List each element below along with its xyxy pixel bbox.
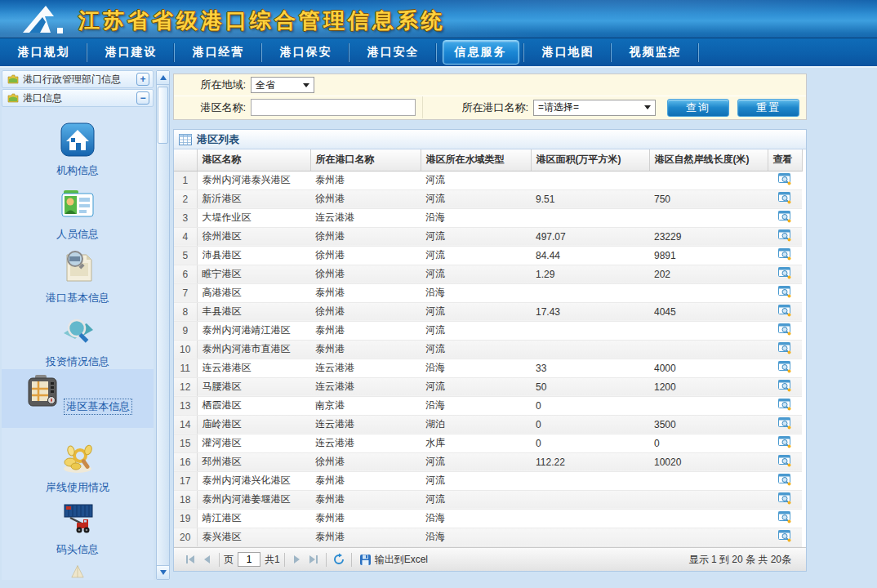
data-grid: 港区名称 所在港口名称 港区所在水域类型 港区面积(万平方米) 港区自然岸线长度… <box>174 149 806 547</box>
view-detail-icon[interactable] <box>778 435 792 448</box>
shoreline-icon <box>59 438 96 475</box>
table-row[interactable]: 18 泰州内河港姜堰港区 泰州港 河流 <box>174 490 802 509</box>
gps-device-icon <box>24 372 61 410</box>
nav-tab-port-planning[interactable]: 港口规划 <box>0 38 87 68</box>
nav-tab-port-map[interactable]: 港口地图 <box>524 38 612 68</box>
view-detail-icon[interactable] <box>778 416 792 430</box>
view-detail-icon[interactable] <box>778 360 792 373</box>
view-detail-icon[interactable] <box>778 229 792 242</box>
nav-tab-video-monitoring[interactable]: 视频监控 <box>612 38 699 68</box>
page-number-input[interactable] <box>238 552 260 567</box>
view-detail-icon[interactable] <box>778 266 792 279</box>
reset-button[interactable]: 重置 <box>737 99 799 117</box>
nav-tab-port-operation[interactable]: 港口经营 <box>175 38 262 68</box>
col-header-district-name[interactable]: 港区名称 <box>197 149 310 171</box>
nav-tab-port-security[interactable]: 港口保安 <box>262 38 349 68</box>
table-row[interactable]: 1 泰州内河港泰兴港区 泰州港 河流 <box>174 171 802 189</box>
view-detail-icon[interactable] <box>778 323 792 336</box>
view-detail-icon[interactable] <box>778 454 792 467</box>
sidebar-item-port-basic-info[interactable]: 港口基本信息 <box>2 245 154 305</box>
main-nav: 港口规划 港口建设 港口经营 港口保安 港口安全 信息服务 港口地图 视频监控 <box>0 38 877 68</box>
sidebar-item-port-district-basic-info[interactable]: 港区基本信息 <box>2 369 154 428</box>
col-header-shoreline-length[interactable]: 港区自然岸线长度(米) <box>649 149 768 171</box>
col-header-water-type[interactable]: 港区所在水域类型 <box>421 149 531 171</box>
map-search-icon <box>59 312 96 350</box>
view-detail-icon[interactable] <box>778 285 792 298</box>
refresh-icon[interactable] <box>331 551 347 568</box>
search-form: 所在地域: 全省 港区名称: 所在港口名称: =请选择= 查询 重置 <box>173 74 807 120</box>
house-icon <box>59 121 96 158</box>
region-dropdown[interactable]: 全省 <box>251 77 314 93</box>
sidebar-item-investment-info[interactable]: 投资情况信息 <box>2 309 154 369</box>
sidebar-item-partial[interactable] <box>2 560 154 580</box>
view-detail-icon[interactable] <box>778 529 792 542</box>
table-row[interactable]: 15 灌河港区 连云港港 水库 0 0 <box>174 434 802 452</box>
app-logo-icon <box>18 3 72 36</box>
last-page-icon[interactable] <box>305 551 322 568</box>
table-row[interactable]: 20 泰兴港区 泰州港 沿海 <box>174 528 802 546</box>
view-detail-icon[interactable] <box>778 510 792 523</box>
view-detail-icon[interactable] <box>778 473 792 486</box>
table-row[interactable]: 6 睢宁港区 徐州港 河流 1.29 202 <box>174 265 802 283</box>
view-detail-icon[interactable] <box>778 492 792 505</box>
folder-icon <box>7 93 19 103</box>
table-row[interactable]: 16 邳州港区 徐州港 河流 112.22 10020 <box>174 452 802 471</box>
id-card-icon <box>59 185 96 222</box>
first-page-icon[interactable] <box>182 551 198 568</box>
sidebar-item-org-info[interactable]: 机构信息 <box>2 118 154 178</box>
view-detail-icon[interactable] <box>778 341 792 354</box>
pager-bar: 页 共1 <box>174 547 806 571</box>
port-district-list-panel: 港区列表 港区名称 所在港口名称 港区所在水域类型 港区面积(万平方米) 港区自… <box>173 129 807 572</box>
table-row[interactable]: 4 徐州港区 徐州港 河流 497.07 23229 <box>174 227 802 246</box>
sidebar-group-port-info[interactable]: 港口信息 − <box>2 89 154 107</box>
district-name-input[interactable] <box>251 99 416 116</box>
table-row[interactable]: 14 庙岭港区 连云港港 湖泊 0 3500 <box>174 415 802 434</box>
table-row[interactable]: 5 沛县港区 徐州港 河流 84.44 9891 <box>174 246 802 265</box>
table-row[interactable]: 12 马腰港区 连云港港 河流 50 1200 <box>174 377 802 396</box>
table-row[interactable]: 11 连云港港区 连云港港 沿海 33 4000 <box>174 359 802 377</box>
sidebar-group-port-admin-info[interactable]: 港口行政管理部门信息 + <box>2 70 154 88</box>
sidebar-scrollbar[interactable] <box>156 70 170 580</box>
table-row[interactable]: 17 泰州内河港兴化港区 泰州港 河流 <box>174 471 802 490</box>
collapse-icon[interactable]: − <box>136 91 149 105</box>
pager-summary: 显示 1 到 20 条 共 20条 <box>689 553 798 567</box>
table-row[interactable]: 8 丰县港区 徐州港 河流 17.43 4045 <box>174 302 802 321</box>
col-header-port-name[interactable]: 所在港口名称 <box>310 149 421 171</box>
next-page-icon[interactable] <box>289 551 305 568</box>
paper-boat-icon <box>59 564 96 580</box>
sidebar-item-shoreline-usage[interactable]: 岸线使用情况 <box>2 434 154 495</box>
table-row[interactable]: 19 靖江港区 泰州港 沿海 <box>174 509 802 528</box>
view-detail-icon[interactable] <box>778 210 792 223</box>
scrollbar-thumb[interactable] <box>158 87 168 144</box>
view-detail-icon[interactable] <box>778 172 792 185</box>
prev-page-icon[interactable] <box>198 551 215 568</box>
export-label: 输出到Excel <box>375 553 428 567</box>
scroll-up-icon[interactable] <box>157 71 169 85</box>
nav-tab-port-construction[interactable]: 港口建设 <box>87 38 175 68</box>
table-row[interactable]: 9 泰州内河港靖江港区 泰州港 河流 <box>174 321 802 340</box>
view-detail-icon[interactable] <box>778 398 792 411</box>
view-detail-icon[interactable] <box>778 191 792 204</box>
scroll-down-icon[interactable] <box>157 565 169 579</box>
app-title: 江苏省省级港口综合管理信息系统 <box>78 7 446 35</box>
table-row[interactable]: 7 高港港区 泰州港 沿海 <box>174 283 802 302</box>
table-row[interactable]: 13 栖霞港区 南京港 沿海 0 <box>174 396 802 415</box>
view-detail-icon[interactable] <box>778 247 792 261</box>
col-header-area[interactable]: 港区面积(万平方米) <box>531 149 649 171</box>
nav-tab-information-service[interactable]: 信息服务 <box>437 38 524 68</box>
sidebar-item-wharf-info[interactable]: 码头信息 <box>2 497 154 557</box>
port-name-dropdown[interactable]: =请选择= <box>533 100 656 116</box>
view-detail-icon[interactable] <box>778 379 792 392</box>
query-button[interactable]: 查询 <box>667 99 729 117</box>
table-row[interactable]: 10 泰州内河港市直港区 泰州港 河流 <box>174 340 802 359</box>
export-to-excel-button[interactable]: 输出到Excel <box>359 553 428 567</box>
nav-tab-port-safety[interactable]: 港口安全 <box>349 38 437 68</box>
table-header-row: 港区名称 所在港口名称 港区所在水域类型 港区面积(万平方米) 港区自然岸线长度… <box>174 149 802 171</box>
table-row[interactable]: 3 大堤作业区 连云港港 沿海 <box>174 208 802 227</box>
sidebar-item-personnel-info[interactable]: 人员信息 <box>2 181 154 242</box>
container-truck-icon <box>59 500 96 537</box>
table-row[interactable]: 2 新沂港区 徐州港 河流 9.51 750 <box>174 189 802 208</box>
expand-icon[interactable]: + <box>136 73 149 86</box>
view-detail-icon[interactable] <box>778 304 792 317</box>
folder-icon <box>7 74 19 84</box>
